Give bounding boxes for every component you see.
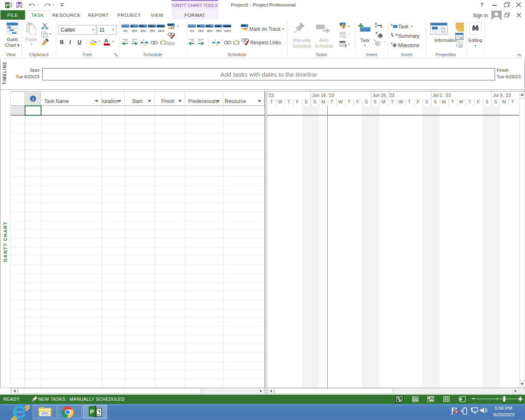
- svg-text:P: P: [90, 409, 94, 415]
- svg-text:?: ?: [345, 43, 347, 48]
- svg-text:P: P: [6, 3, 9, 8]
- svg-text:i: i: [32, 96, 34, 101]
- svg-text:?: ?: [342, 24, 345, 29]
